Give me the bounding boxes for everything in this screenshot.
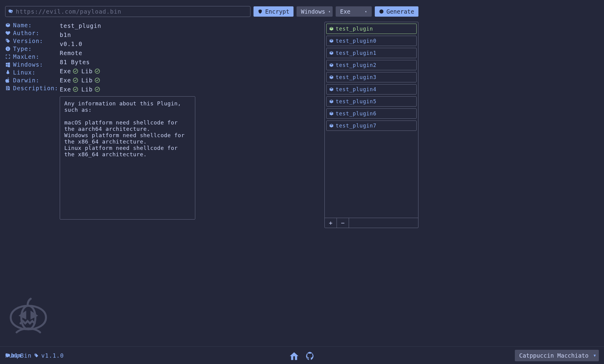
box-icon: [5, 22, 11, 28]
value-type: Remote: [60, 50, 82, 56]
plugin-name: test_plugin1: [336, 50, 377, 56]
label-type: Type:: [13, 45, 32, 52]
os-select-value: Windows: [301, 8, 325, 15]
label-linux: Linux:: [13, 69, 36, 76]
value-author: b1n: [60, 31, 71, 38]
plugin-name: test_plugin2: [336, 62, 377, 68]
value-windows-lib: Lib: [81, 68, 92, 74]
check-icon: [73, 68, 78, 74]
box-icon: [329, 87, 334, 92]
plugin-list: test_pluginb1ntest_plugin0b1ntest_plugin…: [324, 22, 418, 228]
box-icon: [329, 111, 334, 116]
shield-icon: [258, 9, 263, 14]
os-select[interactable]: Windows: [297, 6, 333, 17]
expand-icon: [5, 54, 11, 59]
format-select-value: Exe: [340, 8, 350, 15]
plugin-name: test_plugin7: [336, 123, 377, 129]
plugin-name: test_plugin6: [336, 111, 377, 117]
plugin-card[interactable]: test_plugin0b1n: [326, 36, 417, 46]
label-name: Name:: [13, 22, 32, 28]
plugin-card[interactable]: test_plugin1b1n: [326, 48, 417, 58]
plugin-list-scroll[interactable]: test_pluginb1ntest_plugin0b1ntest_plugin…: [325, 22, 418, 218]
label-windows: Windows:: [13, 61, 43, 68]
box-icon: [329, 99, 334, 104]
chevron-left-icon: [364, 10, 367, 13]
plugin-name: test_plugin3: [336, 74, 377, 80]
value-darwin-lib: Lib: [81, 86, 92, 93]
value-windows-exe: Exe: [60, 68, 71, 74]
url-input-wrap[interactable]: [5, 6, 250, 17]
box-icon: [329, 63, 334, 68]
value-linux-exe: Exe: [60, 77, 71, 84]
label-darwin: Darwin:: [13, 77, 39, 84]
value-name: test_plugin: [60, 22, 101, 29]
check-icon: [73, 87, 78, 92]
format-select[interactable]: Exe: [336, 6, 372, 17]
plugin-card[interactable]: test_plugin5b1n: [326, 96, 417, 107]
description-icon: [5, 85, 11, 91]
generate-button[interactable]: Generate: [375, 6, 418, 17]
box-icon: [329, 75, 334, 80]
info-icon: [5, 46, 11, 51]
label-version: Version:: [13, 38, 43, 44]
windows-icon: [5, 62, 11, 67]
check-icon: [95, 78, 100, 83]
description-box[interactable]: Any information about this Plugin, such …: [60, 96, 195, 220]
check-icon: [95, 68, 100, 74]
chevron-left-icon: [328, 10, 331, 13]
box-icon: [329, 51, 334, 55]
plugin-card[interactable]: test_pluginb1n: [326, 24, 417, 34]
linux-icon: [5, 70, 11, 75]
generate-label: Generate: [386, 8, 414, 15]
box-icon: [329, 123, 334, 128]
plugin-card[interactable]: test_plugin4b1n: [326, 84, 417, 94]
label-author: Author:: [13, 30, 39, 36]
value-linux-lib: Lib: [81, 77, 92, 84]
check-icon: [95, 87, 100, 92]
plugin-card[interactable]: test_plugin7b1n: [326, 121, 417, 131]
plugin-name: test_plugin0: [336, 38, 377, 44]
plugin-card[interactable]: test_plugin2b1n: [326, 60, 417, 70]
encrypt-label: Encrypt: [265, 8, 289, 15]
heart-icon: [5, 30, 11, 36]
plugin-name: test_plugin5: [336, 98, 377, 104]
value-maxlen: 81 Bytes: [60, 59, 90, 65]
apple-icon: [5, 78, 11, 83]
check-icon: [73, 78, 78, 83]
plugin-name: test_plugin4: [336, 86, 377, 92]
box-icon: [329, 38, 334, 43]
value-darwin-exe: Exe: [60, 86, 71, 93]
box-icon: [329, 26, 334, 31]
label-description: Description:: [13, 85, 58, 91]
plugin-card[interactable]: test_plugin6b1n: [326, 108, 417, 119]
tag-icon: [5, 38, 11, 44]
encrypt-button[interactable]: Encrypt: [253, 6, 294, 17]
value-version: v0.1.0: [60, 41, 82, 47]
rust-icon: [379, 9, 384, 14]
remove-plugin-button[interactable]: −: [337, 218, 349, 228]
rocket-icon: [8, 9, 13, 14]
plugin-card[interactable]: test_plugin3b1n: [326, 72, 417, 82]
url-input[interactable]: [16, 8, 247, 15]
add-plugin-button[interactable]: +: [325, 218, 337, 228]
label-maxlen: MaxLen:: [13, 53, 39, 60]
plugin-name: test_plugin: [336, 26, 373, 32]
